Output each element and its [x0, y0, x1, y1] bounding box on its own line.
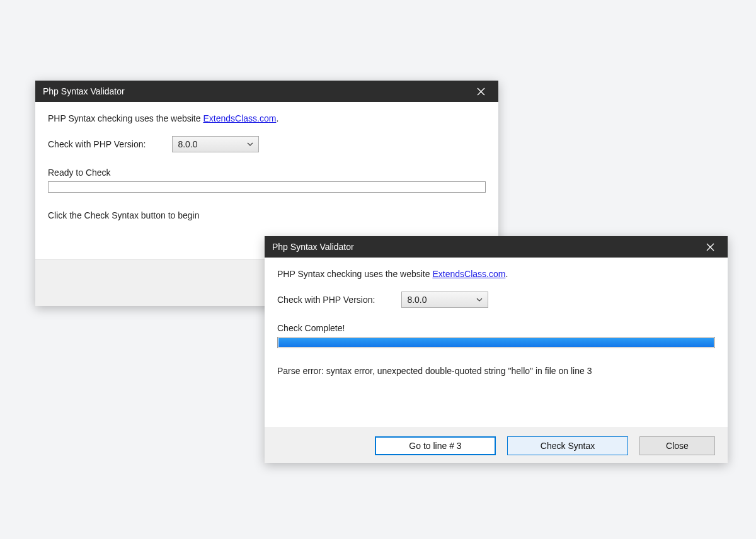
version-label: Check with PHP Version: [277, 295, 375, 305]
error-message: Parse error: syntax error, unexpected do… [277, 366, 715, 376]
instruction-text: Click the Check Syntax button to begin [48, 210, 486, 220]
titlebar: Php Syntax Validator [265, 236, 728, 258]
info-suffix: . [505, 269, 508, 279]
check-syntax-button[interactable]: Check Syntax [507, 436, 628, 455]
php-version-dropdown[interactable]: 8.0.0 [401, 292, 488, 308]
close-button[interactable]: Close [639, 436, 715, 455]
version-row: Check with PHP Version: 8.0.0 [277, 292, 715, 308]
close-icon[interactable] [471, 81, 491, 101]
version-value: 8.0.0 [407, 295, 427, 305]
status-text: Check Complete! [277, 323, 715, 333]
goto-line-button[interactable]: Go to line # 3 [375, 436, 496, 455]
status-text: Ready to Check [48, 167, 486, 178]
php-validator-dialog-complete: Php Syntax Validator PHP Syntax checking… [265, 236, 728, 463]
info-text: PHP Syntax checking uses the website Ext… [277, 269, 715, 279]
version-row: Check with PHP Version: 8.0.0 [48, 136, 486, 152]
info-prefix: PHP Syntax checking uses the website [48, 113, 203, 123]
dialog-body: PHP Syntax checking uses the website Ext… [265, 258, 728, 428]
php-version-dropdown[interactable]: 8.0.0 [172, 136, 259, 152]
progress-bar [48, 181, 486, 193]
chevron-down-icon [476, 298, 483, 302]
info-text: PHP Syntax checking uses the website Ext… [48, 113, 486, 123]
progress-fill [278, 338, 714, 347]
titlebar: Php Syntax Validator [35, 81, 498, 102]
info-suffix: . [276, 113, 278, 123]
info-prefix: PHP Syntax checking uses the website [277, 269, 432, 279]
version-value: 8.0.0 [178, 139, 197, 149]
window-title: Php Syntax Validator [272, 242, 354, 252]
version-label: Check with PHP Version: [48, 139, 146, 149]
progress-bar [277, 337, 715, 348]
extendsclass-link[interactable]: ExtendsClass.com [432, 269, 505, 279]
button-bar: Go to line # 3 Check Syntax Close [265, 428, 728, 463]
close-icon[interactable] [700, 237, 720, 257]
window-title: Php Syntax Validator [43, 86, 125, 96]
chevron-down-icon [247, 142, 253, 146]
extendsclass-link[interactable]: ExtendsClass.com [203, 113, 276, 123]
